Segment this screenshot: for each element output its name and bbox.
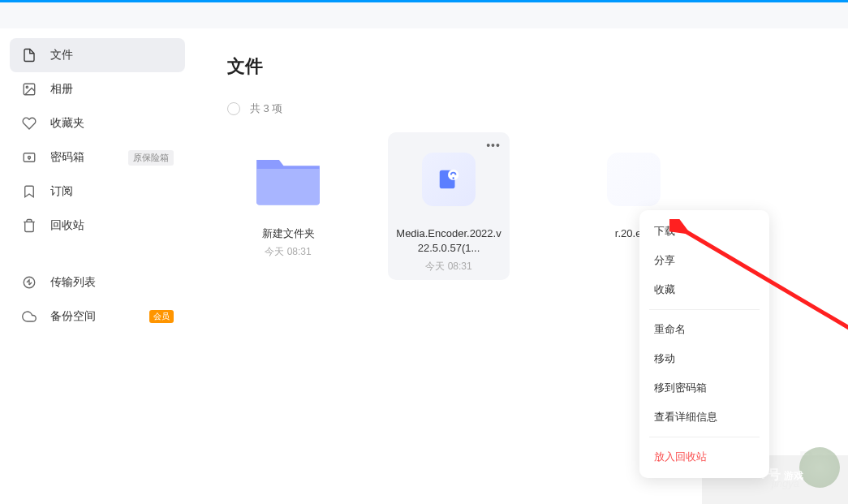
photo-icon bbox=[21, 81, 37, 97]
file-time: 今天 08:31 bbox=[394, 260, 503, 274]
header-area bbox=[0, 2, 848, 28]
svg-rect-2 bbox=[24, 153, 35, 162]
sidebar-item-backup[interactable]: 备份空间 会员 bbox=[10, 299, 185, 334]
sidebar-item-subscribe[interactable]: 订阅 bbox=[10, 174, 185, 209]
menu-share[interactable]: 分享 bbox=[639, 246, 769, 275]
menu-rename[interactable]: 重命名 bbox=[639, 315, 769, 344]
sidebar-item-album[interactable]: 相册 bbox=[10, 72, 185, 106]
vip-badge: 会员 bbox=[149, 310, 174, 323]
file-icon bbox=[21, 47, 37, 63]
sidebar-item-label: 备份空间 bbox=[50, 309, 149, 324]
sidebar-item-label: 回收站 bbox=[50, 218, 174, 233]
file-item-folder[interactable]: 新建文件夹 今天 08:31 bbox=[227, 132, 349, 280]
trash-icon bbox=[21, 218, 37, 234]
page-title: 文件 bbox=[227, 54, 816, 79]
file-name: Media.Encoder.2022.v22.5.0.57(1... bbox=[394, 226, 503, 256]
sidebar-item-label: 密码箱 bbox=[50, 150, 128, 165]
sidebar-item-transfers[interactable]: 传输列表 bbox=[10, 265, 185, 299]
menu-divider bbox=[649, 437, 760, 437]
sidebar-item-label: 传输列表 bbox=[50, 275, 174, 290]
main-content: 文件 共 3 项 新建文件夹 今天 08:31 ••• bbox=[195, 28, 848, 504]
exe-icon bbox=[607, 153, 661, 206]
svg-point-1 bbox=[26, 86, 28, 88]
exe-icon bbox=[422, 153, 476, 206]
sidebar-item-label: 订阅 bbox=[50, 184, 174, 199]
sidebar-item-label: 文件 bbox=[50, 48, 174, 62]
bookmark-icon bbox=[21, 183, 37, 200]
file-name: 新建文件夹 bbox=[234, 226, 342, 241]
file-item-exe-1[interactable]: ••• Media.Encoder.2022.v22.5.0.57(1... 今… bbox=[388, 132, 510, 280]
sidebar-item-files[interactable]: 文件 bbox=[10, 38, 185, 72]
item-count-label: 共 3 项 bbox=[250, 101, 282, 116]
lock-icon bbox=[21, 149, 37, 166]
safebox-badge: 原保险箱 bbox=[128, 150, 174, 166]
menu-move[interactable]: 移动 bbox=[639, 344, 769, 373]
context-menu: 下载 分享 收藏 重命名 移动 移到密码箱 查看详细信息 放入回收站 bbox=[639, 210, 769, 478]
select-all-checkbox[interactable] bbox=[227, 102, 240, 115]
svg-point-3 bbox=[28, 157, 31, 159]
list-header: 共 3 项 bbox=[227, 101, 816, 116]
menu-delete[interactable]: 放入回收站 bbox=[639, 442, 769, 472]
menu-move-safebox[interactable]: 移到密码箱 bbox=[639, 373, 769, 403]
menu-details[interactable]: 查看详细信息 bbox=[639, 403, 769, 432]
sidebar-item-trash[interactable]: 回收站 bbox=[10, 209, 185, 243]
sidebar-item-label: 相册 bbox=[50, 82, 174, 97]
menu-divider bbox=[649, 309, 760, 310]
sidebar-item-favorites[interactable]: 收藏夹 bbox=[10, 106, 185, 140]
file-time: 今天 08:31 bbox=[234, 245, 342, 259]
transfer-icon bbox=[21, 274, 37, 291]
folder-icon bbox=[250, 149, 326, 209]
sidebar: 文件 相册 收藏夹 密码箱 原保险箱 订阅 bbox=[0, 28, 195, 504]
menu-favorite[interactable]: 收藏 bbox=[639, 275, 769, 304]
menu-download[interactable]: 下载 bbox=[639, 217, 769, 246]
sidebar-item-safebox[interactable]: 密码箱 原保险箱 bbox=[10, 140, 185, 174]
cloud-icon bbox=[21, 308, 37, 325]
sidebar-item-label: 收藏夹 bbox=[50, 116, 174, 131]
heart-icon bbox=[21, 115, 37, 131]
